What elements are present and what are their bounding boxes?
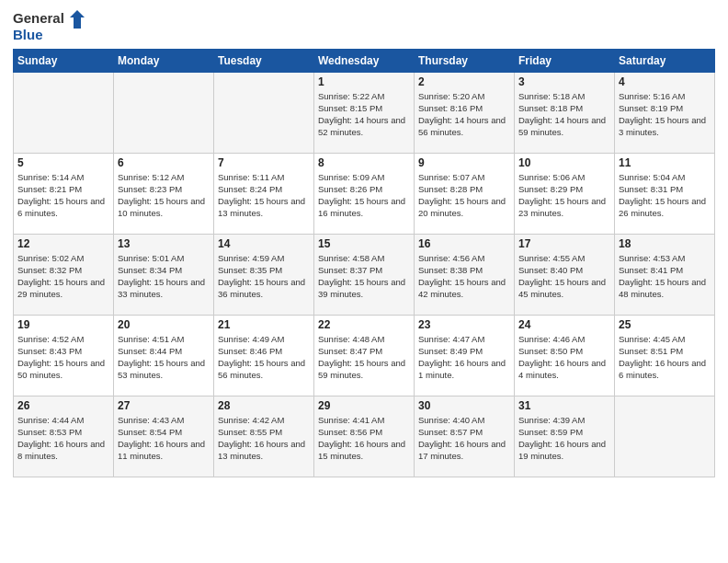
day-info: Sunrise: 5:14 AM Sunset: 8:21 PM Dayligh… [17,171,109,220]
calendar-cell: 28Sunrise: 4:42 AM Sunset: 8:55 PM Dayli… [214,396,314,477]
day-info: Sunrise: 4:39 AM Sunset: 8:59 PM Dayligh… [518,414,610,463]
calendar-cell [615,396,715,477]
day-number: 8 [318,156,410,169]
calendar-cell: 13Sunrise: 5:01 AM Sunset: 8:34 PM Dayli… [114,234,214,315]
day-number: 10 [518,156,610,169]
day-info: Sunrise: 5:18 AM Sunset: 8:18 PM Dayligh… [518,90,610,139]
day-info: Sunrise: 4:46 AM Sunset: 8:50 PM Dayligh… [518,333,610,382]
calendar-cell: 6Sunrise: 5:12 AM Sunset: 8:23 PM Daylig… [114,153,214,234]
calendar-cell: 23Sunrise: 4:47 AM Sunset: 8:49 PM Dayli… [415,315,515,396]
calendar-cell: 27Sunrise: 4:43 AM Sunset: 8:54 PM Dayli… [114,396,214,477]
day-number: 25 [619,318,711,331]
day-info: Sunrise: 4:45 AM Sunset: 8:51 PM Dayligh… [619,333,711,382]
day-info: Sunrise: 5:09 AM Sunset: 8:26 PM Dayligh… [318,171,410,220]
calendar-cell: 5Sunrise: 5:14 AM Sunset: 8:21 PM Daylig… [14,153,114,234]
calendar-cell: 30Sunrise: 4:40 AM Sunset: 8:57 PM Dayli… [415,396,515,477]
calendar-cell [114,72,214,153]
day-info: Sunrise: 5:02 AM Sunset: 8:32 PM Dayligh… [17,252,109,301]
calendar-cell: 2Sunrise: 5:20 AM Sunset: 8:16 PM Daylig… [415,72,515,153]
day-number: 22 [318,318,410,331]
day-info: Sunrise: 4:52 AM Sunset: 8:43 PM Dayligh… [17,333,109,382]
day-number: 23 [418,318,510,331]
day-number: 4 [619,75,711,88]
calendar-cell: 15Sunrise: 4:58 AM Sunset: 8:37 PM Dayli… [314,234,415,315]
day-info: Sunrise: 5:16 AM Sunset: 8:19 PM Dayligh… [619,90,711,139]
day-number: 31 [518,399,610,412]
day-info: Sunrise: 4:42 AM Sunset: 8:55 PM Dayligh… [218,414,310,463]
calendar-cell: 9Sunrise: 5:07 AM Sunset: 8:28 PM Daylig… [415,153,515,234]
calendar-cell: 7Sunrise: 5:11 AM Sunset: 8:24 PM Daylig… [214,153,314,234]
day-info: Sunrise: 4:51 AM Sunset: 8:44 PM Dayligh… [118,333,210,382]
day-info: Sunrise: 5:04 AM Sunset: 8:31 PM Dayligh… [619,171,711,220]
page-header: General Blue [13,9,715,43]
day-info: Sunrise: 5:22 AM Sunset: 8:15 PM Dayligh… [318,90,410,139]
day-number: 26 [17,399,109,412]
day-info: Sunrise: 4:59 AM Sunset: 8:35 PM Dayligh… [218,252,310,301]
day-number: 7 [218,156,310,169]
calendar-cell: 8Sunrise: 5:09 AM Sunset: 8:26 PM Daylig… [314,153,415,234]
logo: General Blue [13,9,86,43]
calendar-week-row: 12Sunrise: 5:02 AM Sunset: 8:32 PM Dayli… [14,234,715,315]
calendar-week-row: 19Sunrise: 4:52 AM Sunset: 8:43 PM Dayli… [14,315,715,396]
day-number: 29 [318,399,410,412]
day-number: 9 [418,156,510,169]
day-header: Monday [114,49,214,72]
calendar-cell: 26Sunrise: 4:44 AM Sunset: 8:53 PM Dayli… [14,396,114,477]
day-number: 6 [118,156,210,169]
day-number: 19 [17,318,109,331]
day-info: Sunrise: 4:53 AM Sunset: 8:41 PM Dayligh… [619,252,711,301]
day-info: Sunrise: 4:40 AM Sunset: 8:57 PM Dayligh… [418,414,510,463]
day-info: Sunrise: 4:43 AM Sunset: 8:54 PM Dayligh… [118,414,210,463]
day-info: Sunrise: 5:20 AM Sunset: 8:16 PM Dayligh… [418,90,510,139]
day-number: 20 [118,318,210,331]
day-number: 12 [17,237,109,250]
day-number: 27 [118,399,210,412]
day-number: 18 [619,237,711,250]
day-number: 5 [17,156,109,169]
day-number: 30 [418,399,510,412]
calendar-cell: 17Sunrise: 4:55 AM Sunset: 8:40 PM Dayli… [515,234,615,315]
day-header: Friday [515,49,615,72]
day-info: Sunrise: 4:47 AM Sunset: 8:49 PM Dayligh… [418,333,510,382]
calendar-cell [214,72,314,153]
day-number: 24 [518,318,610,331]
day-header: Thursday [415,49,515,72]
day-info: Sunrise: 4:41 AM Sunset: 8:56 PM Dayligh… [318,414,410,463]
day-header: Wednesday [314,49,415,72]
day-info: Sunrise: 4:44 AM Sunset: 8:53 PM Dayligh… [17,414,109,463]
calendar-cell: 29Sunrise: 4:41 AM Sunset: 8:56 PM Dayli… [314,396,415,477]
calendar-cell [14,72,114,153]
calendar-cell: 19Sunrise: 4:52 AM Sunset: 8:43 PM Dayli… [14,315,114,396]
day-header: Sunday [14,49,114,72]
day-info: Sunrise: 4:55 AM Sunset: 8:40 PM Dayligh… [518,252,610,301]
day-info: Sunrise: 5:07 AM Sunset: 8:28 PM Dayligh… [418,171,510,220]
calendar-cell: 22Sunrise: 4:48 AM Sunset: 8:47 PM Dayli… [314,315,415,396]
calendar-table: SundayMondayTuesdayWednesdayThursdayFrid… [13,49,715,477]
day-info: Sunrise: 5:01 AM Sunset: 8:34 PM Dayligh… [118,252,210,301]
day-info: Sunrise: 4:49 AM Sunset: 8:46 PM Dayligh… [218,333,310,382]
calendar-cell: 24Sunrise: 4:46 AM Sunset: 8:50 PM Dayli… [515,315,615,396]
calendar-week-row: 1Sunrise: 5:22 AM Sunset: 8:15 PM Daylig… [14,72,715,153]
day-number: 11 [619,156,711,169]
calendar-cell: 25Sunrise: 4:45 AM Sunset: 8:51 PM Dayli… [615,315,715,396]
calendar-cell: 18Sunrise: 4:53 AM Sunset: 8:41 PM Dayli… [615,234,715,315]
day-header: Saturday [615,49,715,72]
day-number: 21 [218,318,310,331]
svg-marker-0 [70,10,85,29]
day-header: Tuesday [214,49,314,72]
calendar-week-row: 5Sunrise: 5:14 AM Sunset: 8:21 PM Daylig… [14,153,715,234]
calendar-cell: 10Sunrise: 5:06 AM Sunset: 8:29 PM Dayli… [515,153,615,234]
day-info: Sunrise: 5:12 AM Sunset: 8:23 PM Dayligh… [118,171,210,220]
day-number: 13 [118,237,210,250]
day-number: 1 [318,75,410,88]
calendar-cell: 16Sunrise: 4:56 AM Sunset: 8:38 PM Dayli… [415,234,515,315]
calendar-cell: 3Sunrise: 5:18 AM Sunset: 8:18 PM Daylig… [515,72,615,153]
day-info: Sunrise: 4:58 AM Sunset: 8:37 PM Dayligh… [318,252,410,301]
calendar-cell: 31Sunrise: 4:39 AM Sunset: 8:59 PM Dayli… [515,396,615,477]
calendar-cell: 11Sunrise: 5:04 AM Sunset: 8:31 PM Dayli… [615,153,715,234]
day-number: 15 [318,237,410,250]
calendar-cell: 4Sunrise: 5:16 AM Sunset: 8:19 PM Daylig… [615,72,715,153]
day-number: 3 [518,75,610,88]
calendar-cell: 1Sunrise: 5:22 AM Sunset: 8:15 PM Daylig… [314,72,415,153]
day-info: Sunrise: 4:56 AM Sunset: 8:38 PM Dayligh… [418,252,510,301]
